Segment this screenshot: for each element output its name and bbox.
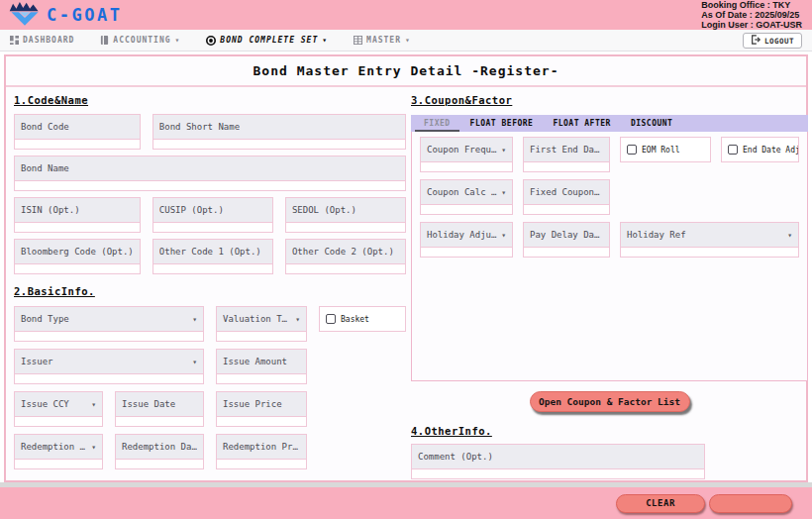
app-logo: C-GOAT [8, 0, 122, 30]
holiday-ref-select[interactable]: Holiday Ref▾ [620, 222, 799, 258]
left-column: 1.Code&Name Bond Code Bond Short Name Bo… [14, 94, 406, 469]
redemption-price-field[interactable]: Redemption Price [216, 434, 307, 469]
bond-short-name-field[interactable]: Bond Short Name [152, 114, 406, 150]
nav-item-accounting[interactable]: ACCOUNTING ▾ [100, 36, 180, 45]
tab-float-before[interactable]: FLOAT BEFORE [461, 115, 543, 132]
bond-name-field[interactable]: Bond Name [14, 156, 406, 191]
issue-amount-field[interactable]: Issue Amount [216, 349, 307, 384]
bond-target-icon [206, 36, 216, 46]
bond-type-select[interactable]: Bond Type▾ [14, 306, 204, 342]
coupon-frequency-select[interactable]: Coupon Freque…▾ [420, 137, 513, 172]
chevron-down-icon: ▾ [91, 443, 96, 452]
bond-code-field[interactable]: Bond Code [14, 114, 141, 150]
bond-short-name-input[interactable] [152, 140, 406, 150]
fixed-tab-panel: Coupon Freque…▾ First End Date EOM Roll … [411, 132, 808, 381]
logout-icon [751, 35, 761, 47]
ledger-icon [100, 36, 109, 45]
isin-input[interactable] [14, 223, 141, 233]
section-heading-basic-info: 2.BasicInfo. [14, 285, 406, 297]
chevron-down-icon: ▾ [322, 36, 328, 45]
chevron-down-icon: ▾ [405, 36, 411, 45]
chevron-down-icon: ▾ [501, 188, 506, 197]
coupon-calc-type-select[interactable]: Coupon Calc T…▾ [420, 179, 513, 215]
page-title: Bond Master Entry Detail -Register- [6, 56, 806, 87]
issue-price-input[interactable] [216, 417, 307, 427]
dashboard-icon [10, 36, 19, 45]
comment-field[interactable]: Comment (Opt.) [411, 444, 705, 479]
fixed-coupon-rate-input[interactable] [523, 205, 610, 215]
chevron-down-icon: ▾ [501, 231, 506, 240]
bond-code-input[interactable] [14, 140, 141, 150]
tab-fixed[interactable]: FIXED [415, 115, 459, 132]
table-grid-icon [354, 36, 362, 45]
pay-delay-days-field[interactable]: Pay Delay Days [523, 222, 610, 258]
footer-bar: CLEAR [0, 487, 812, 519]
coupon-factor-grid: Coupon Freque…▾ First End Date EOM Roll … [420, 137, 799, 258]
checkbox-icon [326, 314, 336, 324]
chevron-down-icon: ▾ [192, 358, 197, 366]
app-header: C-GOAT Booking Office : TKY As Of Date :… [0, 0, 812, 30]
chevron-down-icon: ▾ [91, 400, 96, 409]
chevron-down-icon: ▾ [295, 315, 300, 324]
section-heading-other-info: 4.OtherInfo. [411, 425, 808, 437]
basic-info-grid: Bond Type▾ Valuation Type▾ Basket Issuer… [14, 306, 406, 469]
issue-date-field[interactable]: Issue Date [115, 391, 204, 427]
bloomberg-code-input[interactable] [14, 264, 141, 274]
tab-discount[interactable]: DISCOUNT [622, 115, 682, 132]
chevron-down-icon: ▾ [787, 231, 792, 240]
sedol-input[interactable] [285, 223, 406, 233]
cusip-field[interactable]: CUSIP (Opt.) [152, 197, 273, 233]
issue-amount-input[interactable] [216, 374, 307, 384]
login-user: Login User : GOAT-USR [701, 20, 802, 30]
redemption-date-input[interactable] [115, 460, 204, 469]
right-column: 3.Coupon&Factor FIXED FLOAT BEFORE FLOAT… [411, 94, 808, 479]
issue-price-field[interactable]: Issue Price [216, 391, 307, 427]
bond-name-input[interactable] [14, 181, 406, 191]
other-code-1-field[interactable]: Other Code 1 (Opt.) [152, 239, 273, 274]
valuation-type-select[interactable]: Valuation Type▾ [216, 306, 307, 342]
clear-button[interactable]: CLEAR [616, 494, 705, 513]
main-nav: DASHBOARD ACCOUNTING ▾ BOND COMPLETE SET… [0, 30, 812, 52]
register-button[interactable] [709, 494, 792, 513]
nav-item-bond-complete-set[interactable]: BOND COMPLETE SET ▾ [206, 36, 328, 46]
other-code-1-input[interactable] [152, 264, 273, 274]
holiday-adjust-select[interactable]: Holiday Adjust▾ [420, 222, 513, 258]
redemption-type-select[interactable]: Redemption Ty…▾ [14, 434, 103, 469]
as-of-date: As Of Date : 2025/09/25 [701, 10, 802, 20]
chevron-down-icon: ▾ [175, 36, 181, 45]
checkbox-icon [728, 145, 738, 155]
end-date-adjust-checkbox[interactable]: End Date Adjust [721, 137, 799, 162]
section-heading-code-name: 1.Code&Name [14, 94, 406, 106]
code-name-grid: Bond Code Bond Short Name Bond Name ISIN… [14, 114, 406, 274]
tab-float-after[interactable]: FLOAT AFTER [544, 115, 619, 132]
first-end-date-input[interactable] [523, 162, 610, 172]
cusip-input[interactable] [152, 223, 273, 233]
bloomberg-code-field[interactable]: Bloomberg Code (Opt.) [14, 239, 141, 274]
checkbox-icon [627, 145, 637, 155]
issuer-select[interactable]: Issuer▾ [14, 349, 204, 384]
nav-item-master[interactable]: MASTER ▾ [354, 36, 411, 45]
session-info: Booking Office : TKY As Of Date : 2025/0… [701, 0, 802, 30]
pay-delay-days-input[interactable] [523, 248, 610, 258]
other-code-2-input[interactable] [285, 264, 406, 274]
isin-field[interactable]: ISIN (Opt.) [14, 197, 141, 233]
bond-master-entry-card: Bond Master Entry Detail -Register- 1.Co… [4, 54, 808, 482]
redemption-date-field[interactable]: Redemption Date [115, 434, 204, 469]
section-heading-coupon-factor: 3.Coupon&Factor [411, 94, 808, 106]
issue-ccy-select[interactable]: Issue CCY▾ [14, 391, 103, 427]
goat-logo-icon [8, 0, 42, 30]
nav-item-dashboard[interactable]: DASHBOARD [10, 36, 74, 45]
other-code-2-field[interactable]: Other Code 2 (Opt.) [285, 239, 406, 274]
first-end-date-field[interactable]: First End Date [523, 137, 610, 172]
app-title: C-GOAT [47, 5, 122, 25]
eom-roll-checkbox[interactable]: EOM Roll [620, 137, 711, 162]
open-coupon-factor-list-button[interactable]: Open Coupon & Factor List [530, 391, 690, 412]
booking-office: Booking Office : TKY [701, 0, 802, 10]
comment-input[interactable] [411, 469, 705, 479]
basket-checkbox[interactable]: Basket [319, 306, 406, 332]
logout-button[interactable]: LOGOUT [743, 33, 802, 49]
fixed-coupon-rate-field[interactable]: Fixed Coupon Rate [523, 179, 610, 215]
sedol-field[interactable]: SEDOL (Opt.) [285, 197, 406, 233]
redemption-price-input[interactable] [216, 460, 307, 469]
issue-date-input[interactable] [115, 417, 204, 427]
